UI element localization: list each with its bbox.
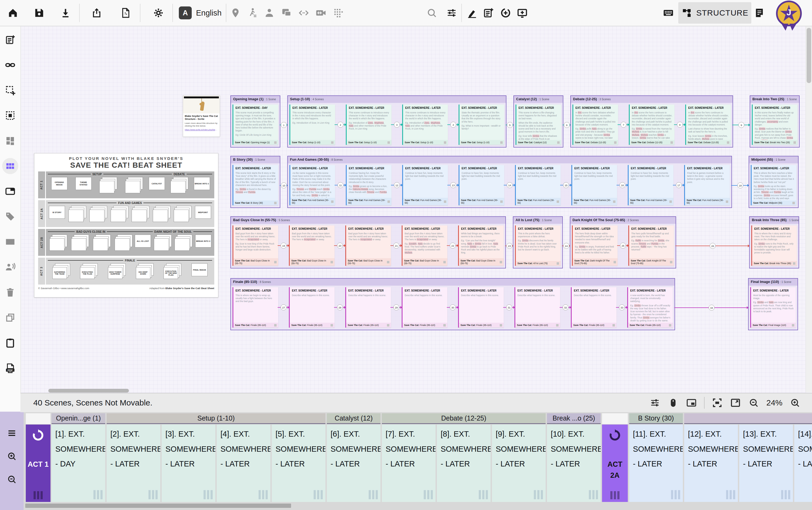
tag-button[interactable] [2, 208, 18, 225]
character-voice-button[interactable] [2, 259, 18, 275]
zoom-out-button[interactable] [748, 397, 759, 408]
clipboard-button[interactable] [2, 335, 18, 351]
add-scene-button[interactable] [2, 32, 18, 48]
scene-connector[interactable]: 33 [616, 287, 627, 328]
canvas-settings-button[interactable] [649, 397, 661, 408]
scene-card[interactable]: EXT. SOMEWHERE - LATERFinal fun & games … [684, 165, 730, 205]
timeline-beat-header[interactable]: Setup (1-10) [107, 413, 326, 424]
scene-card[interactable]: EXT. SOMEWHERE - LATERIn this scene the … [685, 105, 731, 145]
scene-connector[interactable]: 3 [391, 105, 402, 145]
beat-group[interactable]: All Is Lost (75): 1 SceneEXT. SOMEWHERE … [513, 216, 563, 268]
timeline-beat-header[interactable] [684, 413, 812, 424]
add-act-button[interactable] [509, 0, 535, 26]
scene-connector[interactable]: 1 [280, 95, 287, 146]
scene-card[interactable]: EXT. SOMEWHERE - LATERContinue having fu… [346, 165, 391, 205]
timeline-scene-card[interactable]: [3]. EXT. SOMEWHERE - LATER [162, 425, 215, 502]
timeline-zoom-in-button[interactable] [4, 448, 20, 464]
scene-card[interactable]: EXT. SOMEWHERE - LATERDescribe what happ… [289, 287, 335, 328]
scene-card[interactable]: EXT. SOMEWHERE - LATERIn this scene the … [572, 105, 618, 145]
beat-group[interactable]: Finale (85-110): 8 ScenesEXT. SOMEWHERE … [231, 278, 675, 330]
scene-card[interactable]: EXT. SOMEWHERE - LATERState the thematic… [459, 105, 504, 145]
trash-button[interactable] [2, 284, 18, 301]
scene-connector[interactable]: 9 [733, 95, 750, 146]
scene-connector[interactable]: 14 [504, 165, 515, 205]
beat-group[interactable]: Break Into Two (25): 1 SceneEXT. SOMEWHE… [750, 95, 800, 147]
scene-connector[interactable]: 22 [447, 225, 458, 266]
scene-card[interactable]: EXT. SOMEWHERE - LATERThis is where we b… [233, 287, 278, 328]
scene-connector[interactable]: 10 [280, 156, 287, 207]
scene-connector[interactable]: 15 [561, 165, 571, 205]
timeline-scene-card[interactable]: [2]. EXT. SOMEWHERE - LATER [107, 425, 160, 502]
scene-connector[interactable]: 18 [732, 156, 749, 207]
structure-tab-button[interactable]: STRUCTURE [678, 2, 751, 24]
canvas-horizontal-scrollbar[interactable] [48, 389, 129, 393]
timeline-beat-header[interactable]: B Story (30) [629, 413, 683, 424]
layout-button[interactable] [2, 133, 18, 149]
home-button[interactable] [0, 0, 26, 26]
beat-group[interactable]: Debate (12-25): 3 ScenesEXT. SOMEWHERE -… [570, 95, 733, 147]
scene-card[interactable]: EXT. SOMEWHERE - LATERBad guys from the … [289, 225, 335, 266]
beat-group[interactable]: Break Into Three (85): 1 SceneEXT. SOMEW… [749, 216, 799, 268]
grid-view-button[interactable] [2, 158, 18, 174]
scene-connector[interactable]: 31 [504, 287, 514, 328]
timeline-scene-card[interactable]: [4]. EXT. SOMEWHERE - LATER [217, 425, 270, 502]
canvas-vertical-scrollbar-thumb[interactable] [807, 28, 811, 83]
fit-to-screen-button[interactable] [730, 397, 741, 408]
scene-card[interactable]: EXT. SOMEWHERE - LATERBad guys from the … [233, 225, 278, 266]
scene-connector[interactable]: 7 [618, 105, 629, 145]
profile-badge[interactable]: ★ J [774, 0, 806, 31]
marquee-add-button[interactable] [2, 82, 18, 98]
beat-group[interactable]: Catalyst (12): 1 SceneEXT. SOMEWHERE - L… [513, 95, 563, 147]
copy-button[interactable] [2, 310, 18, 326]
save-button[interactable] [26, 0, 52, 26]
scene-connector[interactable]: 29 [391, 287, 402, 328]
timeline-scene-card[interactable]: [8]. EXT. SOMEWHERE - LATER [437, 425, 490, 502]
timeline-scrollbar[interactable] [25, 504, 291, 508]
structure-canvas[interactable]: Blake Snyder's Save The Cat Structure - … [21, 26, 806, 393]
timeline-menu-button[interactable] [4, 425, 20, 441]
link-button[interactable] [2, 57, 18, 73]
scene-connector[interactable]: 24 [563, 216, 570, 267]
scene-connector[interactable]: 28 [335, 287, 345, 328]
folder-button[interactable] [2, 183, 18, 199]
other-elements-button[interactable] [326, 0, 351, 26]
scene-connector[interactable]: 26 [676, 216, 749, 267]
scene-card[interactable]: EXT. SOMEWHERE - LATERA new world is bor… [627, 287, 673, 328]
scene-card[interactable]: EXT. SOMEWHERE - LATERThis scene continu… [346, 105, 391, 145]
scene-connector[interactable]: 16 [617, 165, 628, 205]
scene-connector[interactable]: 20 [335, 225, 345, 266]
notes-button[interactable] [747, 0, 772, 26]
scene-card[interactable]: EXT. SOMEWHERE - LATERDescribe what happ… [458, 287, 504, 328]
scene-card[interactable]: EXT. SOMEWHERE - LATERThis is the point … [515, 225, 561, 266]
scene-card[interactable]: EXT. SOMEWHERE - DAYThis scene must prov… [233, 105, 278, 145]
beat-group[interactable]: Midpoint (55): 1 SceneEXT. SOMEWHERE - L… [749, 156, 799, 208]
beat-group[interactable]: Setup (1-10): 4 ScenesEXT. SOMEWHERE - L… [287, 95, 506, 147]
select-all-button[interactable] [2, 108, 18, 123]
scene-card[interactable]: EXT. SOMEWHERE - LATERContinue to have f… [402, 165, 448, 205]
timeline-scene-card[interactable]: [12]. EXT. SOMEWHERE - LATER [684, 425, 738, 502]
mouse-mode-button[interactable] [667, 397, 679, 408]
timeline-scene-card[interactable]: [9]. EXT. SOMEWHERE - LATER [492, 425, 546, 502]
beat-group[interactable]: Dark Knight Of The Soul (75-85): 2 Scene… [570, 216, 676, 268]
scene-card[interactable]: EXT. SOMEWHERE - LATERIn this scene the … [629, 105, 674, 145]
rectangle-button[interactable] [2, 234, 18, 250]
scene-card[interactable]: EXT. SOMEWHERE - LATERContinue to have f… [515, 165, 561, 205]
scene-connector[interactable]: 8 [674, 105, 685, 145]
scene-connector[interactable]: 12 [391, 165, 402, 205]
scene-card[interactable]: EXT. SOMEWHERE - LATERThis is where the … [751, 165, 796, 205]
settings-button[interactable] [146, 0, 171, 26]
timeline-scene-card[interactable]: [10]. EXT. SOMEWHERE - LATER [547, 425, 601, 502]
scene-card[interactable]: EXT. SOMEWHERE - LATERThis scene kick st… [233, 165, 278, 205]
scene-connector[interactable]: 34 [675, 278, 748, 329]
scene-card[interactable]: EXT. SOMEWHERE - LATERContinue to have f… [628, 165, 673, 205]
scene-card[interactable]: EXT. SOMEWHERE - LATERThis scene introdu… [290, 105, 335, 145]
scene-connector[interactable]: 21 [391, 225, 402, 266]
scene-connector[interactable]: 6 [563, 95, 570, 146]
timeline-act-act2a[interactable]: ACT2A [602, 425, 628, 502]
scene-card[interactable]: EXT. SOMEWHERE - LATERDescribe what happ… [402, 287, 447, 328]
scene-connector[interactable]: 5 [506, 95, 513, 146]
scene-card[interactable]: EXT. SOMEWHERE - LATERDescribe what happ… [345, 287, 391, 328]
scene-card[interactable]: EXT. SOMEWHERE - LATERDescribe what happ… [514, 287, 560, 328]
scene-card[interactable]: EXT. SOMEWHERE - LATERAs the name sugges… [290, 165, 335, 205]
timeline-beat-header[interactable]: Debate (12-25) [382, 413, 546, 424]
